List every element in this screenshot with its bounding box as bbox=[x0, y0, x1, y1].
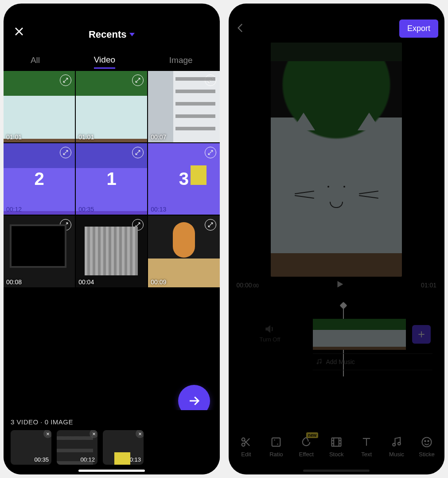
timeline[interactable]: Turn Off Add Music bbox=[229, 319, 445, 381]
selection-count: 3 VIDEO · 0 IMAGE bbox=[11, 418, 213, 426]
picker-header: Recents bbox=[4, 17, 220, 52]
media-cell-selected[interactable]: 2 00:12 bbox=[4, 143, 75, 215]
svg-point-6 bbox=[393, 443, 395, 446]
svg-point-8 bbox=[422, 437, 431, 447]
remove-button[interactable]: × bbox=[90, 430, 97, 438]
tab-image[interactable]: Image bbox=[169, 55, 193, 68]
svg-rect-5 bbox=[332, 438, 341, 446]
selection-order: 3 bbox=[179, 169, 189, 189]
add-music-label: Add Music bbox=[326, 358, 355, 365]
expand-icon[interactable] bbox=[60, 74, 71, 86]
media-cell-selected[interactable]: 3 00:13 bbox=[148, 143, 219, 215]
tool-music[interactable]: Music bbox=[382, 436, 411, 458]
new-badge: new bbox=[306, 432, 318, 438]
media-cell[interactable]: 01:01 bbox=[4, 71, 75, 142]
editor-toolbar: Edit Ratio new Effect Stock Text Music S… bbox=[229, 429, 445, 464]
expand-icon[interactable] bbox=[132, 74, 144, 86]
svg-point-1 bbox=[320, 362, 321, 364]
sound-toggle[interactable]: Turn Off bbox=[260, 323, 280, 343]
home-indicator bbox=[78, 470, 145, 472]
clip-strip[interactable] bbox=[313, 319, 431, 350]
album-dropdown[interactable]: Recents bbox=[89, 29, 135, 40]
video-preview[interactable] bbox=[271, 43, 402, 277]
back-button[interactable] bbox=[235, 22, 246, 35]
album-label: Recents bbox=[89, 29, 127, 40]
remove-button[interactable]: × bbox=[43, 430, 51, 438]
play-button[interactable] bbox=[335, 279, 345, 290]
editor-screen: Export 00:00:00 01:01 Turn Off bbox=[229, 4, 445, 474]
expand-icon[interactable] bbox=[132, 219, 144, 231]
time-row: 00:00:00 01:01 bbox=[229, 277, 445, 293]
sound-label: Turn Off bbox=[260, 336, 280, 343]
tool-text[interactable]: Text bbox=[352, 436, 381, 458]
tray-duration: 00:12 bbox=[80, 456, 95, 463]
tool-edit[interactable]: Edit bbox=[231, 436, 261, 458]
duration-label: 00:08 bbox=[6, 278, 22, 286]
duration-label: 00:35 bbox=[78, 206, 94, 213]
expand-icon[interactable] bbox=[205, 219, 216, 231]
svg-point-7 bbox=[398, 442, 401, 445]
tab-video[interactable]: Video bbox=[94, 55, 115, 69]
media-cell[interactable]: 00:09 bbox=[148, 215, 219, 287]
remove-button[interactable]: × bbox=[136, 430, 144, 438]
media-grid: 01:01 01:01 00:07 2 00:12 1 00:35 3 00:1… bbox=[4, 71, 220, 287]
tool-effect[interactable]: new Effect bbox=[292, 436, 321, 458]
tray-item[interactable]: × 00:13 bbox=[103, 430, 144, 465]
add-music-row[interactable]: Add Music bbox=[313, 353, 432, 370]
duration-label: 00:09 bbox=[151, 278, 166, 286]
media-cell[interactable]: 00:07 bbox=[148, 71, 219, 142]
current-time: 00:00:00 bbox=[237, 282, 259, 289]
home-indicator bbox=[303, 470, 370, 472]
add-clip-button[interactable] bbox=[412, 325, 431, 344]
media-cell[interactable]: 01:01 bbox=[76, 71, 147, 142]
svg-point-10 bbox=[428, 440, 429, 441]
expand-icon[interactable] bbox=[60, 219, 71, 231]
expand-icon[interactable] bbox=[205, 74, 216, 86]
clip-thumb[interactable] bbox=[313, 319, 344, 350]
media-type-tabs: All Video Image bbox=[4, 52, 220, 71]
media-cell[interactable]: 00:08 bbox=[4, 215, 75, 287]
editor-header: Export bbox=[229, 16, 445, 43]
duration-label: 00:04 bbox=[78, 278, 94, 286]
duration-label: 01:01 bbox=[78, 133, 94, 141]
tray-item[interactable]: × 00:35 bbox=[11, 430, 51, 465]
duration-label: 00:13 bbox=[151, 206, 166, 213]
media-cell[interactable]: 00:04 bbox=[76, 215, 147, 287]
close-button[interactable] bbox=[12, 25, 26, 38]
svg-point-9 bbox=[425, 440, 425, 441]
tool-ratio[interactable]: Ratio bbox=[261, 436, 291, 458]
chevron-down-icon bbox=[129, 33, 135, 36]
clip-thumb[interactable] bbox=[375, 319, 406, 350]
tray-item[interactable]: × 00:12 bbox=[57, 430, 97, 465]
media-cell-selected[interactable]: 1 00:35 bbox=[76, 143, 147, 215]
tray-duration: 00:13 bbox=[126, 456, 141, 463]
selection-tray: 3 VIDEO · 0 IMAGE × 00:35 × 00:12 × 00:1… bbox=[4, 410, 220, 474]
tray-duration: 00:35 bbox=[34, 456, 49, 463]
clip-thumb[interactable] bbox=[344, 319, 375, 350]
duration-label: 01:01 bbox=[6, 133, 22, 141]
tool-sticker[interactable]: Sticke bbox=[412, 436, 441, 458]
tab-all[interactable]: All bbox=[31, 55, 40, 68]
total-time: 01:01 bbox=[421, 282, 436, 289]
export-button[interactable]: Export bbox=[399, 20, 438, 38]
svg-rect-4 bbox=[272, 438, 280, 446]
selection-order: 1 bbox=[107, 169, 117, 189]
duration-label: 00:07 bbox=[151, 133, 166, 141]
svg-point-0 bbox=[317, 363, 318, 364]
tool-stock[interactable]: Stock bbox=[322, 436, 351, 458]
duration-label: 00:12 bbox=[6, 206, 22, 213]
expand-icon[interactable] bbox=[205, 147, 216, 158]
media-picker-screen: Recents All Video Image 01:01 01:01 00:0… bbox=[4, 4, 220, 474]
selection-order: 2 bbox=[34, 169, 44, 189]
